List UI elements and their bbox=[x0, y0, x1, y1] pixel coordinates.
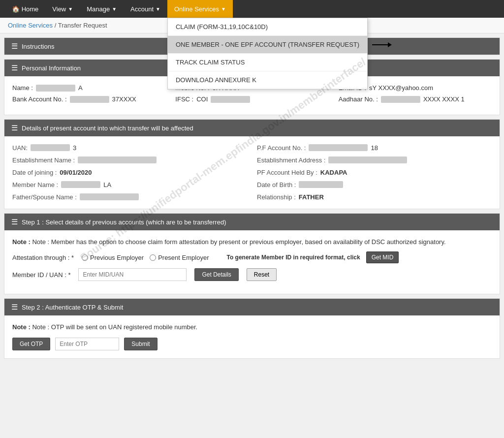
step1-header: ☰ Step 1 : Select details of previous ac… bbox=[4, 214, 500, 230]
step1-body: Note : Note : Member has the option to c… bbox=[4, 230, 500, 294]
relationship-item: Relationship : FATHER bbox=[257, 193, 492, 201]
uan-blurred bbox=[31, 144, 70, 151]
step1-section: ☰ Step 1 : Select details of previous ac… bbox=[4, 213, 500, 294]
personal-info-icon: ☰ bbox=[11, 63, 18, 72]
pf-acc-item: P.F Account No. : 18 bbox=[257, 144, 492, 152]
nav-view[interactable]: View ▼ bbox=[45, 0, 80, 18]
nav-online-services[interactable]: Online Services ▼ CLAIM (FORM-31,19,10C&… bbox=[167, 0, 233, 18]
father-item: Father/Spouse Name : bbox=[12, 193, 247, 201]
member-id-row: Member ID / UAN : * Get Details Reset bbox=[12, 268, 492, 281]
present-employer-radio[interactable]: Present Employer bbox=[150, 254, 209, 261]
bank-blurred bbox=[70, 96, 109, 103]
get-mid-button[interactable]: Get MID bbox=[366, 251, 399, 263]
relationship-value: FATHER bbox=[299, 193, 324, 201]
doj-item: Date of joining : 09/01/2020 bbox=[12, 169, 247, 176]
attestation-label: Attestation through : * bbox=[12, 254, 74, 261]
member-id-label: Member ID / UAN : * bbox=[12, 271, 70, 279]
member-name-suffix: LA bbox=[103, 181, 111, 188]
otp-input[interactable] bbox=[55, 338, 119, 350]
present-account-icon: ☰ bbox=[11, 124, 18, 132]
step2-body: Note : Note : OTP will be sent on UAN re… bbox=[4, 315, 500, 358]
present-account-body: UAN: 3 P.F Account No. : 18 Establishmen… bbox=[4, 136, 500, 209]
est-addr-blurred bbox=[328, 156, 407, 163]
present-account-header: ☰ Details of present account into which … bbox=[4, 120, 500, 136]
attestation-row: Attestation through : * Previous Employe… bbox=[12, 251, 492, 263]
step2-section: ☰ Step 2 : Authenticate OTP & Submit Not… bbox=[4, 298, 500, 359]
online-services-dropdown: CLAIM (FORM-31,19,10C&10D) ONE MEMBER - … bbox=[167, 18, 368, 90]
step2-header: ☰ Step 2 : Authenticate OTP & Submit bbox=[4, 299, 500, 315]
dropdown-arrow-indicator bbox=[372, 42, 392, 47]
dropdown-track[interactable]: TRACK CLAIM STATUS bbox=[168, 54, 367, 71]
step1-note: Note : Note : Member has the option to c… bbox=[12, 238, 492, 246]
ifsc-blurred bbox=[211, 96, 250, 103]
dob-item: Date of Birth : bbox=[257, 181, 492, 188]
member-name-item: Member Name : LA bbox=[12, 181, 247, 188]
est-addr-item: Establishment Address : bbox=[257, 156, 492, 164]
father-blurred bbox=[80, 193, 139, 200]
bank-suffix: 37XXXX bbox=[112, 95, 136, 103]
dropdown-claim[interactable]: CLAIM (FORM-31,19,10C&10D) bbox=[168, 18, 367, 36]
reset-button[interactable]: Reset bbox=[247, 268, 277, 281]
name-suffix: A bbox=[78, 84, 83, 92]
dropdown-annexure[interactable]: DOWNLOAD ANNEXURE K bbox=[168, 71, 367, 89]
step1-icon: ☰ bbox=[11, 218, 18, 226]
get-mid-group: To generate Member ID in required format… bbox=[226, 251, 399, 263]
online-services-dropdown-arrow: ▼ bbox=[221, 6, 226, 12]
pf-acc-blurred bbox=[309, 144, 368, 151]
dob-blurred bbox=[299, 181, 343, 188]
est-name-blurred bbox=[78, 156, 157, 163]
attestation-radio-group: Previous Employer Present Employer bbox=[82, 254, 209, 261]
instructions-icon: ☰ bbox=[11, 42, 18, 51]
pf-held-value: KADAPA bbox=[320, 169, 347, 176]
get-otp-button[interactable]: Get OTP bbox=[12, 338, 50, 350]
personal-info-row-2: Bank Account No. : 37XXXX IFSC : COI Aad… bbox=[12, 95, 492, 103]
aadhaar-blurred bbox=[381, 96, 420, 103]
name-field: Name : A bbox=[12, 84, 165, 92]
top-navigation: 🏠 🏠 HomeHome View ▼ Manage ▼ Account ▼ O… bbox=[0, 0, 504, 18]
aadhaar-field: Aadhaar No. : XXXX XXXX 1 bbox=[339, 95, 492, 103]
breadcrumb-current: Transfer Request bbox=[58, 22, 107, 29]
name-blurred bbox=[36, 85, 75, 92]
bank-field: Bank Account No. : 37XXXX bbox=[12, 95, 165, 103]
dropdown-transfer[interactable]: ONE MEMBER - ONE EPF ACCOUNT (TRANSFER R… bbox=[168, 36, 367, 54]
home-icon: 🏠 bbox=[12, 5, 20, 13]
manage-dropdown-arrow: ▼ bbox=[112, 6, 117, 12]
account-details-grid: UAN: 3 P.F Account No. : 18 Establishmen… bbox=[12, 144, 492, 201]
member-id-input[interactable] bbox=[78, 268, 187, 281]
present-account-section: ☰ Details of present account into which … bbox=[4, 119, 500, 209]
email-value: sY XXXX@yahoo.com bbox=[369, 84, 433, 92]
nav-account[interactable]: Account ▼ bbox=[124, 0, 167, 18]
ifsc-field: IFSC : COI bbox=[175, 95, 328, 103]
account-dropdown-arrow: ▼ bbox=[156, 6, 160, 12]
previous-employer-radio[interactable]: Previous Employer bbox=[82, 254, 144, 261]
get-mid-note: To generate Member ID in required format… bbox=[226, 254, 360, 261]
step2-buttons-row: Get OTP Submit bbox=[12, 338, 492, 350]
step2-icon: ☰ bbox=[11, 303, 18, 312]
pf-held-item: PF Account Held By : KADAPA bbox=[257, 169, 492, 176]
get-details-button[interactable]: Get Details bbox=[194, 268, 238, 281]
step2-note: Note : Note : OTP will be sent on UAN re… bbox=[12, 323, 492, 331]
view-dropdown-arrow: ▼ bbox=[68, 6, 73, 12]
est-name-item: Establishment Name : bbox=[12, 156, 247, 164]
ifsc-value: COI bbox=[196, 95, 208, 103]
breadcrumb-parent[interactable]: Online Services bbox=[8, 22, 53, 29]
submit-button[interactable]: Submit bbox=[124, 338, 157, 350]
aadhaar-value: XXXX XXXX 1 bbox=[423, 95, 465, 103]
pf-acc-suffix: 18 bbox=[371, 144, 378, 152]
nav-home[interactable]: 🏠 🏠 HomeHome bbox=[5, 0, 45, 18]
nav-manage[interactable]: Manage ▼ bbox=[80, 0, 124, 18]
uan-item: UAN: 3 bbox=[12, 144, 247, 152]
doj-value: 09/01/2020 bbox=[60, 169, 92, 176]
uan-suffix: 3 bbox=[73, 144, 76, 152]
member-name-blurred bbox=[61, 181, 100, 188]
